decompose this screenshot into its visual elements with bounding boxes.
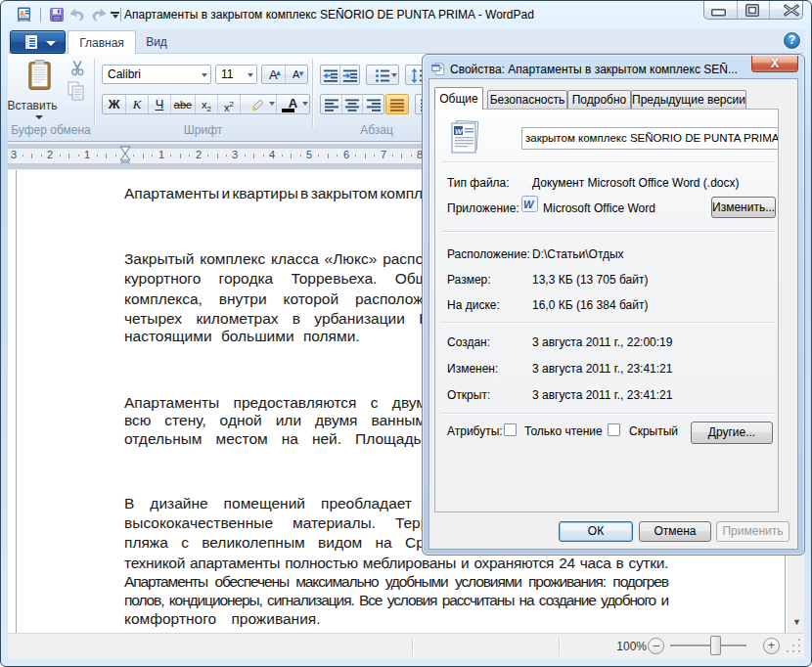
svg-text:W: W <box>523 199 535 210</box>
svg-text:A: A <box>20 10 24 17</box>
